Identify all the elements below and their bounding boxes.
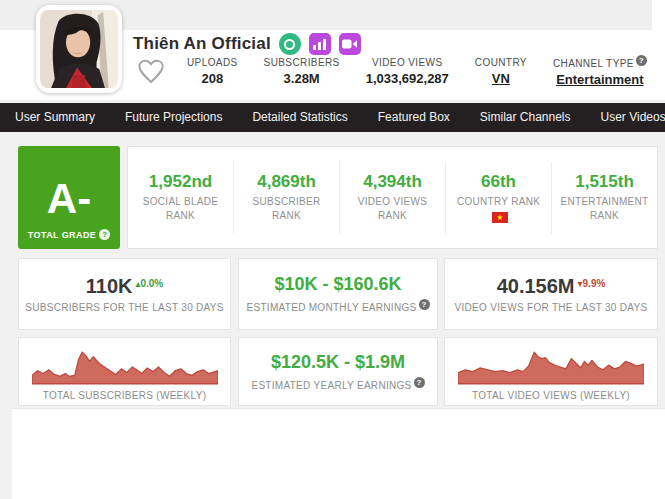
rank-label: SOCIAL BLADE RANK bbox=[134, 195, 227, 223]
rank-value: 1,952nd bbox=[149, 172, 212, 192]
help-icon[interactable]: ? bbox=[419, 299, 430, 310]
monthly-earnings-card: $10K - $160.6K ESTIMATED MONTHLY EARNING… bbox=[238, 258, 438, 330]
main-content: A- TOTAL GRADE ? 1,952nd SOCIAL BLADE RA… bbox=[0, 146, 665, 499]
rank-label: ENTERTAINMENT RANK bbox=[558, 195, 651, 223]
subscribers-weekly-sparkline bbox=[32, 345, 218, 389]
subscribers-30d-card: 110K▴0.0% SUBSCRIBERS FOR THE LAST 30 DA… bbox=[18, 258, 231, 330]
rank-video-views[interactable]: 4,394th VIDEO VIEWS RANK bbox=[339, 162, 445, 234]
tab-detailed-statistics[interactable]: Detailed Statistics bbox=[237, 103, 362, 132]
rank-label: SUBSCRIBER RANK bbox=[240, 195, 333, 223]
stat-subscribers: SUBSCRIBERS 3.28M bbox=[264, 57, 340, 86]
views-weekly-label: TOTAL VIDEO VIEWS (WEEKLY) bbox=[472, 390, 630, 401]
delta-down-indicator: ▾9.9% bbox=[578, 278, 606, 289]
rank-value: 4,869th bbox=[257, 172, 316, 192]
subscribers-weekly-card: TOTAL SUBSCRIBERS (WEEKLY) bbox=[18, 337, 231, 406]
grade-value: A- bbox=[47, 178, 91, 220]
help-icon[interactable]: ? bbox=[636, 55, 647, 66]
section-nav: User Summary Future Projections Detailed… bbox=[0, 103, 665, 132]
avatar[interactable] bbox=[36, 5, 122, 93]
rank-label: COUNTRY RANK★ bbox=[452, 195, 545, 223]
views-30d-value: 40.156M bbox=[497, 275, 575, 297]
rank-value: 4,394th bbox=[363, 172, 422, 192]
stat-label: SUBSCRIBERS bbox=[264, 57, 340, 68]
avatar-image bbox=[40, 9, 118, 89]
tab-user-videos[interactable]: User Videos bbox=[586, 103, 665, 132]
tab-user-summary[interactable]: User Summary bbox=[0, 103, 110, 132]
socialblade-grade-badge-icon[interactable] bbox=[279, 33, 301, 55]
bar-chart-icon bbox=[313, 39, 326, 50]
channel-name: Thiên An Official bbox=[133, 34, 271, 54]
grade-label: TOTAL GRADE bbox=[28, 230, 96, 240]
views-30d-value-row: 40.156M▾9.9% bbox=[497, 275, 606, 298]
ring-icon bbox=[284, 39, 295, 50]
stat-label: VIDEO VIEWS bbox=[366, 57, 449, 68]
tab-future-projections[interactable]: Future Projections bbox=[110, 103, 237, 132]
delta-up-indicator: ▴0.0% bbox=[135, 278, 163, 289]
rank-value: 1,515th bbox=[575, 172, 634, 192]
rank-label: VIDEO VIEWS RANK bbox=[346, 195, 439, 223]
stat-value: 208 bbox=[187, 71, 238, 86]
rank-subscriber[interactable]: 4,869th SUBSCRIBER RANK bbox=[233, 162, 339, 234]
help-icon[interactable]: ? bbox=[99, 229, 110, 240]
monthly-earnings-value: $10K - $160.6K bbox=[274, 274, 401, 295]
statistics-badge-icon[interactable] bbox=[309, 33, 331, 55]
rank-social-blade[interactable]: 1,952nd SOCIAL BLADE RANK bbox=[128, 162, 233, 234]
favorite-heart-icon[interactable] bbox=[137, 58, 165, 84]
vietnam-flag-icon: ★ bbox=[492, 212, 508, 223]
total-grade-card: A- TOTAL GRADE ? bbox=[18, 146, 120, 249]
stat-value: 1,033,692,287 bbox=[366, 71, 449, 86]
stat-channel-type: CHANNEL TYPE? Entertainment bbox=[553, 55, 647, 87]
yearly-earnings-label: ESTIMATED YEARLY EARNINGS? bbox=[251, 377, 424, 391]
stat-country: COUNTRY VN bbox=[475, 57, 527, 86]
yearly-earnings-value: $120.5K - $1.9M bbox=[271, 352, 405, 373]
content-area-below bbox=[12, 408, 665, 499]
subscribers-30d-value: 110K bbox=[86, 275, 133, 297]
stat-video-views: VIDEO VIEWS 1,033,692,287 bbox=[366, 57, 449, 86]
monthly-earnings-label: ESTIMATED MONTHLY EARNINGS? bbox=[246, 299, 429, 313]
subscribers-30d-label: SUBSCRIBERS FOR THE LAST 30 DAYS bbox=[25, 302, 224, 313]
views-weekly-sparkline bbox=[458, 345, 644, 389]
channel-type-link[interactable]: Entertainment bbox=[553, 72, 647, 87]
stat-label: COUNTRY bbox=[475, 57, 527, 68]
views-30d-label: VIDEO VIEWS FOR THE LAST 30 DAYS bbox=[455, 302, 648, 313]
views-30d-card: 40.156M▾9.9% VIDEO VIEWS FOR THE LAST 30… bbox=[444, 258, 658, 330]
stat-label: CHANNEL TYPE? bbox=[553, 55, 647, 69]
views-weekly-card: TOTAL VIDEO VIEWS (WEEKLY) bbox=[444, 337, 658, 406]
stat-uploads: UPLOADS 208 bbox=[187, 57, 238, 86]
ranks-card: 1,952nd SOCIAL BLADE RANK 4,869th SUBSCR… bbox=[127, 146, 658, 249]
country-link[interactable]: VN bbox=[475, 71, 527, 86]
stat-value: 3.28M bbox=[264, 71, 340, 86]
stat-label: UPLOADS bbox=[187, 57, 238, 68]
video-camera-icon bbox=[342, 39, 357, 49]
subscribers-30d-value-row: 110K▴0.0% bbox=[86, 275, 164, 298]
rank-country[interactable]: 66th COUNTRY RANK★ bbox=[445, 162, 551, 234]
help-icon[interactable]: ? bbox=[414, 377, 425, 388]
tab-featured-box[interactable]: Featured Box bbox=[363, 103, 465, 132]
videos-badge-icon[interactable] bbox=[339, 33, 361, 55]
rank-entertainment[interactable]: 1,515th ENTERTAINMENT RANK bbox=[551, 162, 657, 234]
rank-value: 66th bbox=[481, 172, 516, 192]
channel-header: Thiên An Official UPLOADS 208 SU bbox=[0, 0, 665, 100]
tab-similar-channels[interactable]: Similar Channels bbox=[465, 103, 586, 132]
yearly-earnings-card: $120.5K - $1.9M ESTIMATED YEARLY EARNING… bbox=[238, 337, 438, 406]
subscribers-weekly-label: TOTAL SUBSCRIBERS (WEEKLY) bbox=[43, 390, 207, 401]
